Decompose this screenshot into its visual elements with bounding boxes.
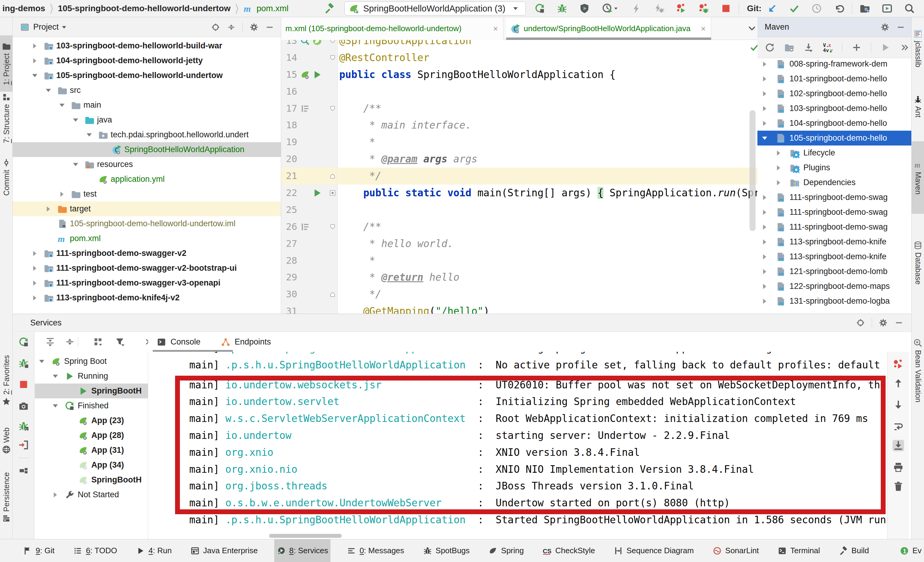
services-tab-endpoints[interactable]: Endpoints — [221, 332, 271, 352]
expand-arrow-icon[interactable] — [30, 264, 39, 272]
project-tree-item[interactable]: 111-springboot-demo-swagger-v2 — [13, 246, 281, 261]
attach-profiler-debug-button[interactable] — [698, 2, 710, 15]
expand-arrow-icon[interactable] — [760, 252, 769, 261]
attach-debugger-button[interactable] — [18, 421, 29, 432]
search-everywhere-button[interactable] — [903, 2, 915, 15]
statusbar-item-sequence-diagram[interactable]: Sequence Diagram — [611, 539, 696, 562]
thread-dump-button[interactable] — [18, 401, 29, 412]
maven-tree-item[interactable]: Lifecycle — [758, 146, 911, 160]
filter-button[interactable] — [115, 337, 125, 347]
project-tree-item[interactable]: 111-springboot-demo-swagger-v2-bootstrap… — [13, 261, 281, 275]
clear-all-button[interactable] — [892, 481, 904, 492]
project-tree-item[interactable]: tech.pdai.springboot.helloworld.undert — [13, 127, 281, 142]
close-icon[interactable] — [700, 26, 706, 32]
project-tree-item[interactable]: application.yml — [13, 172, 281, 186]
breadcrumb-item[interactable]: 105-springboot-demo-helloworld-undertow — [58, 4, 231, 13]
g-spring-search-icon[interactable] — [300, 40, 310, 46]
expand-arrow-icon[interactable] — [760, 223, 769, 231]
maven-tree-item[interactable]: m111-springboot-demo-swag — [758, 219, 911, 234]
tool-stripe-button-commit[interactable]: Commit — [0, 153, 13, 201]
expand-arrow-icon[interactable] — [58, 190, 66, 198]
maven-tree-item[interactable]: m131-springboot-demo-logba — [758, 294, 911, 308]
tool-stripe-button-maven[interactable]: mMaven — [912, 141, 924, 214]
maven-tree-item[interactable]: m122-springboot-demo-maps — [758, 279, 911, 294]
hidden-tabs-button[interactable] — [747, 23, 757, 33]
expand-arrow-icon[interactable] — [44, 205, 52, 213]
statusbar-item-6-todo[interactable]: 6: TODO — [71, 539, 119, 562]
statusbar-item-8-services[interactable]: 8: Services — [274, 539, 331, 562]
statusbar-item-9-git[interactable]: 9: Git — [21, 539, 57, 562]
maven-tree-item[interactable]: m104-springboot-demo-hello — [758, 116, 911, 131]
maven-tree-item[interactable]: m101-springboot-demo-hello — [758, 71, 911, 86]
locate-button[interactable] — [856, 318, 865, 327]
maven-tree-item[interactable]: m105-springboot-demo-hello — [758, 131, 911, 146]
project-tree-item[interactable]: 111-springboot-demo-swagger-v3-openapi — [13, 275, 281, 290]
hide-button[interactable] — [894, 318, 903, 327]
open-in-button[interactable] — [18, 439, 29, 450]
project-tree-item[interactable]: test — [13, 186, 281, 201]
collapse-arrow-icon[interactable] — [30, 71, 39, 80]
fold-marker-icon[interactable] — [327, 218, 338, 235]
rollback-button[interactable] — [833, 2, 845, 15]
tool-stripe-button-7-structure[interactable]: 7: Structure — [0, 89, 13, 147]
collapse-arrow-icon[interactable] — [58, 101, 66, 110]
run-with-coverage-button[interactable] — [578, 2, 591, 15]
project-tree-item[interactable]: 105-springboot-demo-helloworld-undertow.… — [13, 216, 281, 231]
project-structure-button[interactable] — [859, 2, 871, 15]
services-tree-item[interactable]: App (23) — [35, 413, 148, 428]
expand-arrow-icon[interactable] — [760, 282, 769, 291]
editor-tab[interactable]: m.xml (105-springboot-demo-helloworld-un… — [281, 17, 503, 40]
statusbar-item-ev[interactable]: 1Ev — [897, 539, 924, 562]
maven-tree-item[interactable]: m113-springboot-demo-knife — [758, 234, 911, 249]
collapse-arrow-icon[interactable] — [44, 86, 52, 95]
profiler-button[interactable] — [601, 2, 620, 15]
tool-stripe-button-jclasslib[interactable]: jclasslib — [912, 20, 924, 77]
collapse-arrow-icon[interactable] — [85, 131, 93, 139]
services-tree-item[interactable]: Running — [35, 369, 148, 383]
tool-stripe-button-bean-validation[interactable]: Bean Validation — [912, 315, 924, 426]
expand-arrow-icon[interactable] — [774, 164, 783, 172]
build-button[interactable] — [323, 2, 335, 15]
rerun-button[interactable] — [18, 337, 29, 347]
services-tree-item[interactable]: App (31) — [35, 443, 148, 458]
commit-button[interactable] — [788, 2, 800, 15]
services-tab-console[interactable]: Console — [157, 332, 201, 352]
chevron-down-icon[interactable] — [60, 24, 68, 31]
expand-arrow-icon[interactable] — [760, 104, 769, 113]
settings-button[interactable] — [880, 23, 890, 32]
close-icon[interactable] — [492, 26, 499, 32]
statusbar-item-spotbugs[interactable]: SpotBugs — [421, 539, 472, 562]
breadcrumb-item[interactable]: mpom.xml — [243, 3, 288, 14]
console-horizontal-scrollbar[interactable] — [269, 534, 342, 538]
project-tree-item[interactable]: 104-springboot-demo-helloworld-jetty — [13, 53, 281, 68]
fold-marker-icon[interactable] — [327, 40, 338, 49]
project-tree-item[interactable]: 113-springboot-demo-knife4j-v2 — [13, 290, 281, 305]
expand-arrow-icon[interactable] — [760, 208, 769, 216]
hide-button[interactable] — [265, 23, 274, 32]
collapse-arrow-icon[interactable] — [38, 357, 46, 366]
expand-arrow-icon[interactable] — [774, 149, 783, 157]
attach-profiler-run-button[interactable] — [675, 2, 687, 15]
scroll-to-end-button[interactable] — [892, 440, 904, 451]
editor-tab[interactable]: Cundertow/SpringBootHelloWorldApplicatio… — [506, 17, 711, 40]
tool-stripe-button-persistence[interactable]: Persistence — [0, 467, 13, 528]
statusbar-item-0-messages[interactable]: 0: Messages — [344, 539, 406, 562]
project-tree-item[interactable]: main — [13, 98, 281, 113]
scroll-down-button[interactable] — [892, 399, 904, 410]
statusbar-item-sonarlint[interactable]: SonarLint — [710, 539, 761, 562]
expand-all-button[interactable] — [45, 337, 56, 347]
g-doc-icon[interactable] — [300, 222, 310, 232]
expand-arrow-icon[interactable] — [760, 297, 769, 305]
project-tree-item[interactable]: mpom.xml — [13, 231, 281, 246]
more-button[interactable] — [900, 42, 910, 53]
tool-stripe-button-ant[interactable]: Ant — [912, 88, 924, 124]
expand-arrow-icon[interactable] — [760, 90, 769, 98]
expand-arrow-icon[interactable] — [760, 75, 769, 83]
project-tree-item[interactable]: target — [13, 201, 281, 216]
expand-arrow-icon[interactable] — [30, 294, 39, 302]
expand-arrow-icon[interactable] — [760, 193, 769, 202]
history-button[interactable] — [811, 2, 823, 15]
settings-button[interactable] — [249, 23, 258, 32]
fold-marker-icon[interactable] — [327, 185, 338, 201]
g-doc-icon[interactable] — [300, 104, 310, 114]
